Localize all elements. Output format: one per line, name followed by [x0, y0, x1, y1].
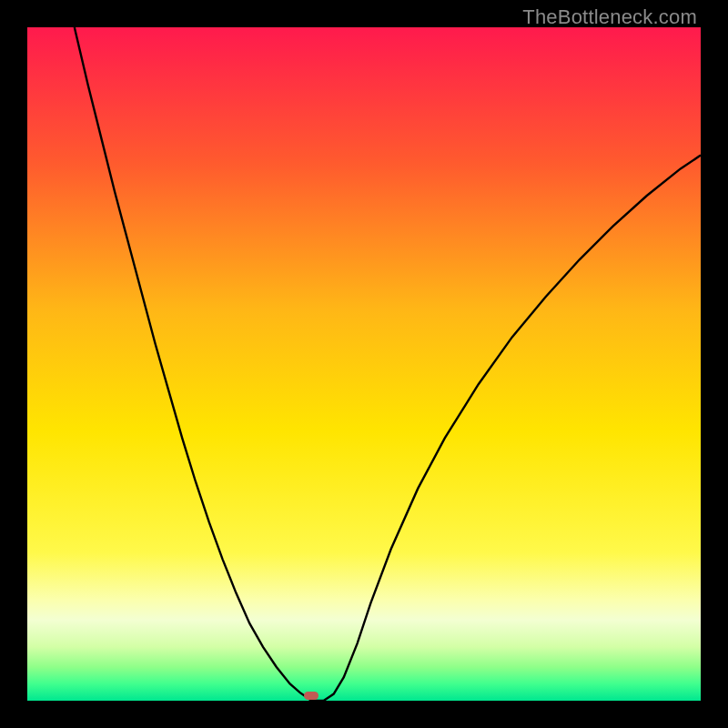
plot-area	[27, 27, 701, 701]
optimal-marker	[304, 692, 318, 700]
chart-frame: TheBottleneck.com	[0, 0, 728, 728]
bottleneck-curve	[27, 27, 701, 701]
watermark-label: TheBottleneck.com	[522, 5, 697, 29]
